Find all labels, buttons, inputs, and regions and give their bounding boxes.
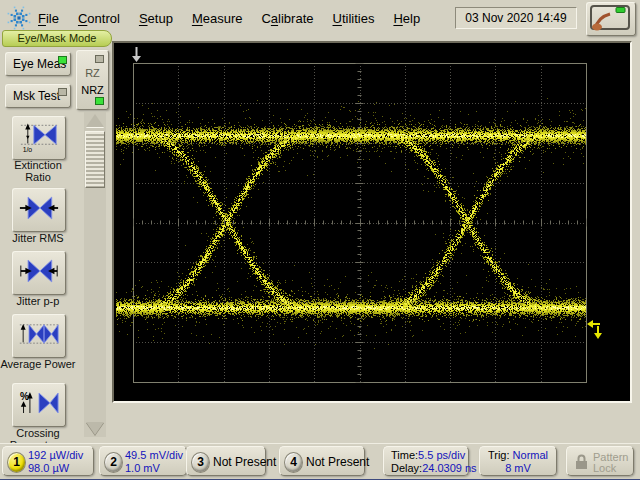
pattern-lock-button: Pattern Lock (566, 446, 634, 476)
status-bar: 1192 µW/div98.0 µW249.5 mV/div1.0 mV3Not… (0, 443, 640, 480)
touchscreen-icon (587, 3, 633, 33)
time-value: 5.5 ps/div (418, 449, 465, 461)
mode-tab: Eye/Mask Mode (2, 30, 112, 47)
timebase-button[interactable]: Time:5.5 ps/div Delay:24.0309 ns (383, 446, 469, 476)
jitter-pp-icon (19, 257, 59, 289)
trig-label: Trig: (488, 449, 510, 461)
menu-help[interactable]: Help (393, 11, 420, 26)
menu-measure[interactable]: Measure (192, 11, 243, 26)
channel-4-badge: 4 (284, 452, 303, 473)
jitter-rms-label: Jitter RMS (0, 232, 76, 244)
svg-text:1/o: 1/o (23, 146, 33, 152)
msk-test-led (58, 88, 67, 96)
jitter-p-p-button[interactable] (12, 251, 66, 295)
extinction-ratio-icon: 1/o (19, 121, 59, 156)
channel-1-scale: 192 µW/div98.0 µW (28, 449, 83, 475)
jitter-rms-icon (19, 194, 59, 226)
trig-mode: Normal (513, 449, 548, 461)
scope-screen: FileControlSetupMeasureCalibrateUtilitie… (0, 0, 640, 480)
channel-2-button[interactable]: 249.5 mV/div1.0 mV (99, 446, 187, 476)
menu-utilities[interactable]: Utilities (333, 11, 375, 26)
delay-value: 24.0309 ns (422, 462, 476, 474)
menu-setup[interactable]: Setup (139, 11, 173, 26)
time-label: Time: (391, 449, 418, 461)
menu-control[interactable]: Control (78, 11, 120, 26)
scrollbar-thumb[interactable] (85, 131, 105, 188)
channel-2-badge: 2 (104, 452, 123, 473)
average-power-icon (19, 320, 59, 352)
scroll-up-icon[interactable] (86, 114, 104, 127)
channel-4-status: Not Present (306, 455, 369, 469)
extinction-ratio-label: Extinction Ratio (0, 159, 76, 183)
svg-text:%: % (20, 391, 29, 402)
eye-meas-led (58, 56, 67, 64)
eye-diagram-canvas (114, 43, 630, 401)
pattern-lock-label-2: Lock (593, 462, 616, 474)
scroll-down-icon[interactable] (86, 422, 104, 435)
trigger-button[interactable]: Trig: Normal 8 mV (479, 446, 557, 476)
rz-led (95, 55, 104, 63)
nrz-label: NRZ (77, 84, 108, 96)
trig-level: 8 mV (505, 462, 531, 474)
channel-1-button[interactable]: 1192 µW/div98.0 µW (2, 446, 94, 476)
channel-3-status: Not Present (213, 455, 276, 469)
channel-3-button[interactable]: 3Not Present (186, 446, 266, 476)
rz-label: RZ (77, 67, 108, 79)
crossing-percentage-icon: % (19, 389, 59, 421)
menu-file[interactable]: File (38, 11, 59, 26)
channel-2-scale: 49.5 mV/div1.0 mV (125, 449, 183, 475)
waveform-display (112, 41, 632, 403)
touchscreen-toggle-button[interactable] (586, 2, 636, 36)
extinction-ratio-button[interactable]: 1/o (12, 116, 66, 160)
msk-test-label: Msk Test (13, 89, 60, 103)
sidebar: Eye Meas Msk Test RZ NRZ 1/oExtinction R… (0, 37, 112, 443)
channel-3-badge: 3 (191, 452, 210, 473)
datetime-display: 03 Nov 2020 14:49 (455, 7, 577, 29)
menu-calibrate[interactable]: Calibrate (261, 11, 313, 26)
nrz-led (95, 97, 104, 105)
jitter-p-p-label: Jitter p-p (0, 295, 76, 307)
average-power-label: Average Power (0, 358, 76, 370)
eye-meas-button[interactable]: Eye Meas (5, 52, 71, 76)
crossing-percentage-button[interactable]: % (12, 383, 66, 427)
lock-icon (574, 454, 590, 470)
rz-nrz-toggle-button[interactable]: RZ NRZ (76, 50, 109, 110)
jitter-rms-button[interactable] (12, 188, 66, 232)
msk-test-button[interactable]: Msk Test (5, 84, 71, 108)
channel-4-button[interactable]: 4Not Present (279, 446, 365, 476)
sidebar-scrollbar[interactable] (84, 112, 106, 437)
crossing-percentage-label: Crossing Percentage (0, 427, 76, 443)
delay-label: Delay: (391, 462, 422, 474)
average-power-button[interactable] (12, 314, 66, 358)
channel-1-badge: 1 (7, 452, 26, 473)
